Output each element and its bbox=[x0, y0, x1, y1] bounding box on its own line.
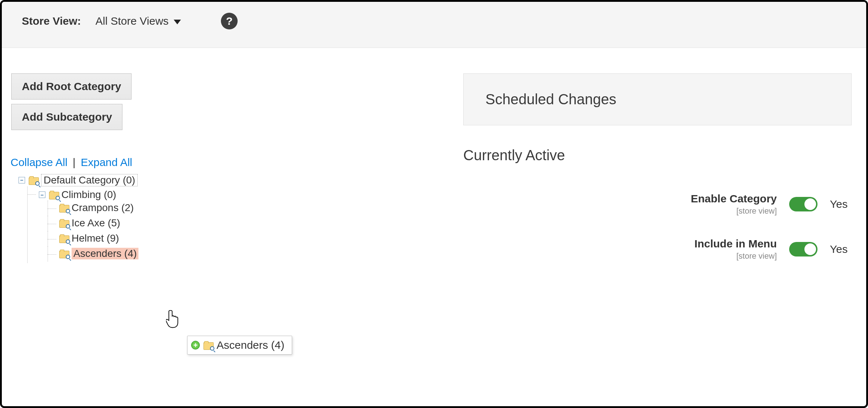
tree-node-label: Default Category (0) bbox=[41, 174, 138, 186]
tree-node[interactable]: − Default Category (0) bbox=[19, 174, 138, 186]
app-frame: Store View: All Store Views ? Add Root C… bbox=[0, 0, 868, 408]
category-tree: − Default Category (0) − Climbing (0) bbox=[19, 171, 463, 264]
collapse-toggle-icon[interactable]: − bbox=[39, 191, 45, 198]
tree-node-child: Ice Axe (5) bbox=[59, 216, 463, 231]
field-label: Include in Menu bbox=[694, 238, 777, 250]
left-column: Add Root Category Add Subcategory Collap… bbox=[2, 73, 463, 283]
field-label-wrap: Include in Menu [store view] bbox=[694, 238, 777, 261]
tree-node[interactable]: Ascenders (4) bbox=[59, 248, 138, 259]
folder-icon bbox=[59, 219, 69, 227]
folder-icon bbox=[59, 204, 69, 212]
tree-node[interactable]: Ice Axe (5) bbox=[59, 217, 120, 229]
store-view-value: All Store Views bbox=[96, 15, 169, 27]
field-label-wrap: Enable Category [store view] bbox=[691, 193, 777, 216]
magnifier-icon bbox=[66, 255, 70, 259]
include-in-menu-toggle[interactable] bbox=[789, 242, 817, 256]
magnifier-icon bbox=[56, 196, 60, 200]
collapse-toggle-icon[interactable]: − bbox=[19, 177, 25, 183]
folder-icon bbox=[29, 176, 38, 184]
plus-badge-icon: + bbox=[191, 341, 200, 350]
separator: | bbox=[70, 156, 78, 168]
toggle-value: Yes bbox=[830, 243, 852, 255]
expand-all-link[interactable]: Expand All bbox=[81, 156, 132, 168]
scope-label: [store view] bbox=[691, 206, 777, 216]
store-view-select[interactable]: All Store Views bbox=[96, 15, 181, 27]
scope-label: [store view] bbox=[694, 251, 777, 261]
tree-node-root: − Default Category (0) − Climbing (0) bbox=[19, 171, 463, 264]
toggle-knob bbox=[804, 198, 816, 210]
add-root-category-button[interactable]: Add Root Category bbox=[11, 73, 132, 100]
folder-icon bbox=[59, 250, 69, 258]
toggle-value: Yes bbox=[830, 198, 852, 210]
tree-controls: Collapse All | Expand All bbox=[11, 156, 463, 169]
tree-node-label: Climbing (0) bbox=[61, 189, 116, 201]
enable-category-toggle[interactable] bbox=[789, 197, 817, 211]
magnifier-icon bbox=[66, 224, 70, 229]
tree-node-label: Crampons (2) bbox=[72, 202, 134, 214]
tree-node-child: Helmet (9) bbox=[59, 231, 463, 246]
tree-node[interactable]: − Climbing (0) bbox=[39, 189, 116, 201]
field-include-in-menu: Include in Menu [store view] Yes bbox=[463, 238, 852, 261]
main-area: Add Root Category Add Subcategory Collap… bbox=[2, 48, 866, 283]
magnifier-icon bbox=[66, 239, 70, 244]
tree-node-label: Ice Axe (5) bbox=[72, 217, 120, 229]
folder-icon bbox=[49, 191, 58, 199]
tree-node-child: Ascenders (4) bbox=[59, 246, 463, 262]
help-icon[interactable]: ? bbox=[221, 13, 238, 29]
field-label: Enable Category bbox=[691, 193, 777, 205]
store-view-bar: Store View: All Store Views ? bbox=[2, 2, 866, 48]
store-view-label: Store View: bbox=[22, 15, 81, 27]
section-title: Currently Active bbox=[463, 147, 852, 163]
tree-node[interactable]: Crampons (2) bbox=[59, 202, 134, 214]
drag-ghost-label: Ascenders (4) bbox=[217, 339, 284, 351]
cursor-icon bbox=[166, 310, 182, 330]
folder-icon bbox=[59, 234, 69, 242]
magnifier-icon bbox=[210, 346, 214, 351]
panel-title: Scheduled Changes bbox=[485, 91, 616, 107]
chevron-down-icon bbox=[174, 20, 181, 24]
tree-node-child: Crampons (2) bbox=[59, 201, 463, 216]
folder-icon bbox=[203, 341, 213, 349]
right-column: Scheduled Changes Currently Active Enabl… bbox=[463, 73, 866, 283]
toggle-knob bbox=[804, 243, 816, 255]
scheduled-changes-panel[interactable]: Scheduled Changes bbox=[463, 73, 852, 125]
collapse-all-link[interactable]: Collapse All bbox=[11, 156, 68, 168]
field-enable-category: Enable Category [store view] Yes bbox=[463, 193, 852, 216]
magnifier-icon bbox=[66, 209, 70, 213]
drag-ghost: + Ascenders (4) bbox=[187, 336, 292, 355]
tree-node-label: Helmet (9) bbox=[72, 233, 119, 244]
tree-node[interactable]: Helmet (9) bbox=[59, 233, 119, 244]
magnifier-icon bbox=[35, 181, 40, 186]
tree-node-label: Ascenders (4) bbox=[72, 248, 138, 259]
add-subcategory-button[interactable]: Add Subcategory bbox=[11, 104, 122, 130]
tree-node-climbing: − Climbing (0) Crampons (2) bbox=[39, 186, 463, 263]
